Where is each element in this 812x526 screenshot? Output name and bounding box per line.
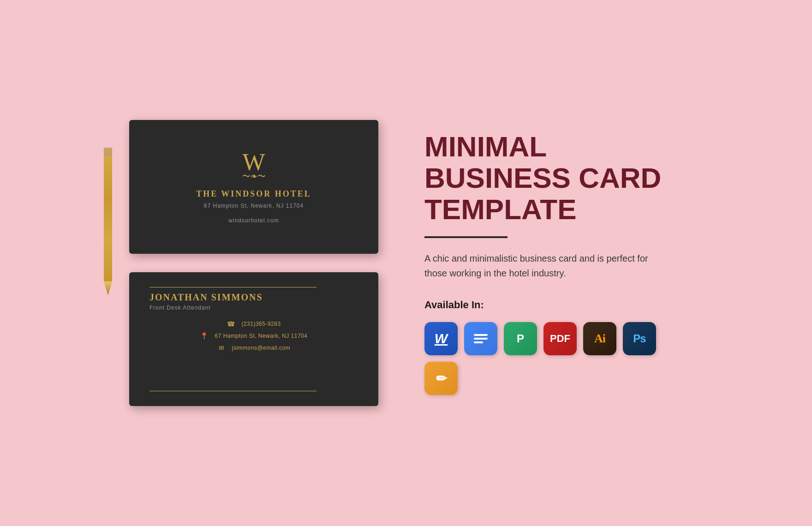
pencil-eraser xyxy=(104,148,112,157)
format-icon-pdf[interactable]: PDF xyxy=(543,322,577,355)
left-panel: W 〜❧〜 THE WINDSOR HOTEL 67 Hampton St, N… xyxy=(129,120,378,406)
person-name: JONATHAN SIMMONS xyxy=(149,292,358,303)
contact-address: 67 Hampton St, Newark, NJ 11704 xyxy=(215,333,308,339)
business-card-front: W 〜❧〜 THE WINDSOR HOTEL 67 Hampton St, N… xyxy=(129,120,378,254)
format-icon-ps[interactable]: Ps xyxy=(623,322,656,355)
format-icon-word[interactable]: W xyxy=(424,322,458,355)
pencil-decoration xyxy=(104,148,112,295)
contact-email: jsimmons@email.com xyxy=(232,345,291,351)
format-icons-container: W P PDF Ai P xyxy=(424,322,683,395)
location-icon: 📍 xyxy=(200,332,209,340)
format-icon-publisher[interactable]: P xyxy=(504,322,537,355)
available-label: Available In: xyxy=(424,299,683,311)
card-back-content: JONATHAN SIMMONS Front Desk Attendant ☎ … xyxy=(149,292,358,386)
hotel-w-logo: W 〜❧〜 xyxy=(242,150,266,182)
right-panel: MINIMAL BUSINESS CARD TEMPLATE A chic an… xyxy=(415,131,683,395)
format-icon-ai[interactable]: Ai xyxy=(583,322,616,355)
email-icon: ✉ xyxy=(217,344,226,352)
main-container: W 〜❧〜 THE WINDSOR HOTEL 67 Hampton St, N… xyxy=(0,0,812,526)
card-bottom-line xyxy=(149,391,316,391)
hotel-website: windsorhotel.com xyxy=(228,217,279,224)
card-top-line xyxy=(149,287,316,287)
format-icon-pages[interactable]: ✏ xyxy=(424,362,458,395)
title-line3: TEMPLATE xyxy=(424,194,683,225)
pencil-body xyxy=(104,157,112,281)
hotel-name: THE WINDSOR HOTEL xyxy=(196,189,311,199)
pencil-tip xyxy=(104,281,112,295)
title-divider xyxy=(424,236,508,238)
template-title: MINIMAL BUSINESS CARD TEMPLATE xyxy=(424,131,683,226)
contact-email-row: ✉ jsimmons@email.com xyxy=(217,344,291,352)
person-title: Front Desk Attendant xyxy=(149,305,358,311)
contact-address-row: 📍 67 Hampton St, Newark, NJ 11704 xyxy=(200,332,308,340)
contact-phone-row: ☎ (231)365-9283 xyxy=(227,320,281,328)
hotel-logo: W 〜❧〜 xyxy=(242,150,266,182)
phone-icon: ☎ xyxy=(227,320,235,328)
title-line1: MINIMAL xyxy=(424,131,683,162)
hotel-address: 67 Hampton St, Newark, NJ 11704 xyxy=(204,203,304,209)
business-card-back: JONATHAN SIMMONS Front Desk Attendant ☎ … xyxy=(129,272,378,406)
format-icon-docs[interactable] xyxy=(464,322,497,355)
contact-info: ☎ (231)365-9283 📍 67 Hampton St, Newark,… xyxy=(149,320,358,352)
template-description: A chic and minimalistic business card an… xyxy=(424,251,664,281)
title-line2: BUSINESS CARD xyxy=(424,162,683,194)
contact-phone: (231)365-9283 xyxy=(241,321,281,327)
